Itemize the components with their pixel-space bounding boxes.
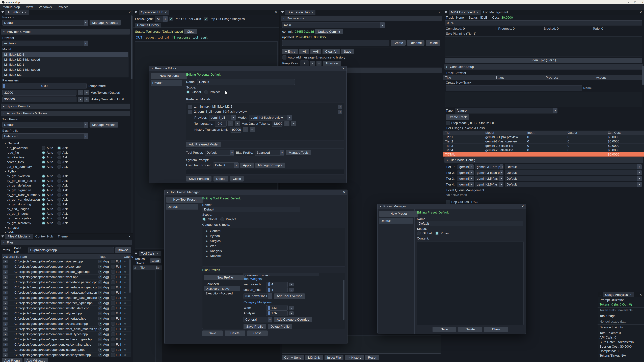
maximize-button[interactable]: ▢: [634, 1, 636, 3]
full-checkbox[interactable]: ✓: [111, 286, 115, 289]
composer-button[interactable]: Reset: [365, 355, 379, 360]
group-expanded-icon[interactable]: ▼: [4, 231, 6, 233]
new-tool-preset-button[interactable]: New Tool Preset: [166, 197, 204, 203]
save-preset-button[interactable]: Save: [432, 327, 456, 332]
tier-preset-select[interactable]: Default▼: [505, 176, 642, 181]
pe-temp-minus[interactable]: -: [228, 121, 233, 126]
delete-preset-button[interactable]: Delete: [458, 327, 482, 332]
remove-file-button[interactable]: x: [3, 327, 8, 331]
temperature-slider[interactable]: 0.00: [2, 83, 86, 89]
ask-radio[interactable]: [57, 217, 61, 220]
category-row[interactable]: ▶ Analysis: [204, 249, 344, 254]
panel-menu-icon[interactable]: [0, 10, 5, 15]
tool-override-select[interactable]: run_powershell▼: [244, 293, 272, 299]
browse-button[interactable]: Browse: [115, 247, 131, 253]
delete-persona-button[interactable]: Delete: [214, 176, 228, 182]
entry-button[interactable]: Save: [341, 49, 354, 54]
history-minus-button[interactable]: -: [78, 97, 83, 102]
model-list-item[interactable]: MiniMax-M2.5: [2, 52, 128, 57]
track-description-textarea[interactable]: [445, 92, 642, 107]
auto-radio[interactable]: [42, 198, 46, 202]
model-list-item[interactable]: MiniMax-M2.1-highspeed: [2, 67, 128, 72]
full-checkbox[interactable]: ✓: [111, 317, 115, 321]
auto-radio[interactable]: [42, 212, 46, 216]
remove-multiplier-button[interactable]: x: [289, 306, 294, 310]
full-checkbox[interactable]: ✓: [111, 348, 115, 352]
new-preset-button[interactable]: New Preset: [379, 211, 418, 217]
close-icon[interactable]: ✕: [28, 235, 30, 238]
full-checkbox[interactable]: ✓: [111, 301, 115, 305]
close-icon[interactable]: ✕: [629, 293, 632, 297]
pm-name-input[interactable]: Default: [417, 221, 523, 226]
pe-hist-plus[interactable]: +: [250, 127, 255, 132]
manage-tools-button[interactable]: Manage Tools: [286, 150, 311, 155]
panel-menu-icon[interactable]: [598, 292, 602, 297]
focus-agent-select[interactable]: All ▼: [155, 16, 168, 22]
group-expanded-icon[interactable]: ▼: [4, 227, 6, 229]
tier-provider-select[interactable]: gemini▼: [458, 164, 474, 169]
add-wildcard-button[interactable]: Add Wildcard: [24, 358, 48, 362]
remove-file-button[interactable]: x: [3, 348, 8, 352]
panel-menu-icon[interactable]: [280, 10, 285, 15]
agg-checkbox[interactable]: ✓: [98, 265, 102, 269]
remove-file-button[interactable]: x: [3, 317, 8, 321]
pe-maxout-minus[interactable]: -: [284, 121, 290, 126]
agg-checkbox[interactable]: ✓: [98, 296, 102, 300]
close-icon[interactable]: ✕: [165, 11, 167, 14]
close-icon[interactable]: ✕: [343, 191, 345, 194]
close-preset-button[interactable]: Close: [484, 327, 508, 332]
agg-checkbox[interactable]: ✓: [98, 353, 102, 357]
remove-file-button[interactable]: x: [3, 306, 8, 310]
tier-provider-select[interactable]: gemini▼: [458, 176, 474, 181]
agg-checkbox[interactable]: ✓: [98, 280, 102, 284]
category-row[interactable]: ▶ Surgical: [204, 239, 344, 244]
pm-scope-project-radio[interactable]: [435, 231, 439, 235]
bias-profile-item[interactable]: Discovery-Heavy: [204, 286, 240, 291]
max-tokens-input[interactable]: 32000: [2, 90, 76, 95]
track-name-input[interactable]: [446, 85, 582, 91]
agg-checkbox[interactable]: ✓: [98, 301, 102, 305]
full-checkbox[interactable]: ✓: [111, 291, 115, 295]
close-icon[interactable]: ✕: [311, 11, 313, 14]
preset-list-item[interactable]: Default: [379, 218, 413, 224]
composer-button[interactable]: -> History: [345, 355, 364, 360]
agg-checkbox[interactable]: ✓: [98, 327, 102, 331]
rename-discussion-button[interactable]: Rename: [407, 40, 424, 45]
panel-menu-icon[interactable]: [444, 10, 448, 15]
close-dock-icon[interactable]: ✕: [640, 10, 642, 14]
panel-menu-icon[interactable]: [133, 10, 138, 15]
agg-checkbox[interactable]: ✓: [98, 338, 102, 341]
tab-files-media[interactable]: Files & Media ✕: [5, 234, 33, 239]
tier-model-select[interactable]: gemini-2.5-flash▼: [475, 176, 504, 181]
auto-radio[interactable]: [42, 160, 46, 164]
close-window-button[interactable]: ✕: [641, 1, 643, 3]
close-icon[interactable]: ✕: [522, 205, 524, 208]
group-expanded-icon[interactable]: ▼: [4, 142, 6, 144]
auto-radio[interactable]: [42, 184, 46, 188]
ask-radio[interactable]: [57, 151, 61, 155]
discussion-name-input[interactable]: [282, 40, 390, 46]
manage-prompts-button[interactable]: Manage Prompts: [256, 163, 285, 168]
category-row[interactable]: ▶ Python: [204, 233, 344, 239]
close-dock-icon[interactable]: ✕: [128, 10, 131, 14]
ai-settings-scrollbar[interactable]: [131, 10, 133, 233]
panel-menu-icon[interactable]: [133, 251, 138, 256]
auto-radio[interactable]: [42, 188, 46, 192]
comms-history-tab[interactable]: Comms History: [135, 23, 161, 27]
apply-prompt-button[interactable]: Apply: [240, 163, 254, 168]
agg-checkbox[interactable]: ✓: [98, 306, 102, 310]
bias-scrollbar[interactable]: [343, 273, 345, 329]
remove-file-button[interactable]: x: [3, 260, 8, 263]
ask-radio[interactable]: [57, 198, 61, 202]
discussion-select[interactable]: main ▼: [282, 22, 385, 28]
agg-checkbox[interactable]: ✓: [98, 348, 102, 352]
category-row[interactable]: ▶ Runtime: [204, 254, 344, 259]
auto-add-checkbox[interactable]: ✓: [282, 55, 286, 59]
pe-maxout-input[interactable]: 32000: [272, 121, 283, 126]
truncate-button[interactable]: Truncate: [323, 61, 340, 66]
add-files-button[interactable]: Add File(s): [2, 358, 22, 362]
entry-button[interactable]: +All: [310, 49, 321, 54]
manage-personas-button[interactable]: Manage Personas: [90, 20, 121, 25]
model-list-item[interactable]: MiniMax-M2.1: [2, 62, 128, 67]
pe-temp-plus[interactable]: +: [235, 121, 240, 126]
